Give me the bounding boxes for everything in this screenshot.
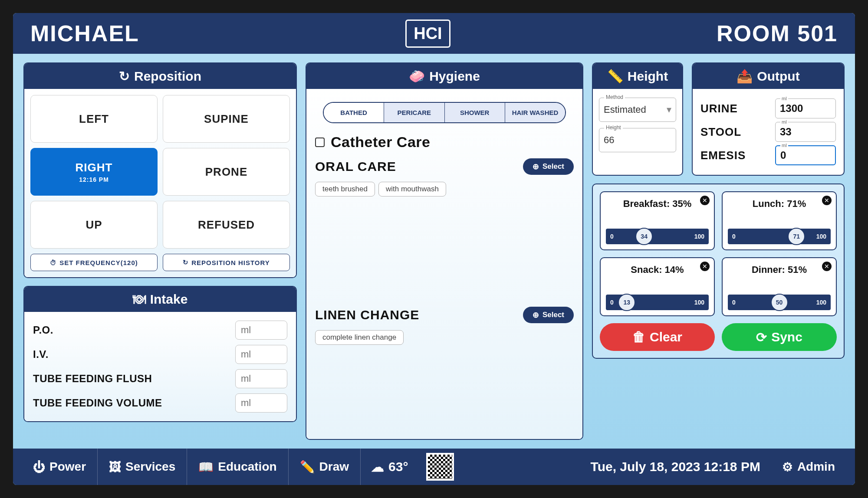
intake-panel: 🍽 Intake P.O.I.V.TUBE FEEDING FLUSHTUBE … [23, 286, 297, 422]
qr-code[interactable] [426, 453, 454, 481]
intake-input[interactable] [235, 345, 287, 364]
hygiene-icon: 🧼 [409, 69, 425, 84]
segment-bathed[interactable]: BATHED [324, 103, 384, 122]
services-button[interactable]: 🖼 Services [98, 449, 187, 485]
method-select[interactable]: Estimated ▾ [599, 98, 676, 122]
ruler-icon: 📏 [607, 69, 623, 84]
height-input[interactable] [599, 128, 676, 152]
intake-input[interactable] [235, 369, 287, 388]
oral-select-button[interactable]: Select [523, 158, 574, 175]
intake-row: I.V. [30, 342, 290, 367]
reposition-refused[interactable]: REFUSED [163, 201, 290, 249]
intake-icon: 🍽 [133, 292, 146, 307]
output-label: EMESIS [700, 149, 746, 162]
slider-knob[interactable]: 13 [618, 294, 635, 311]
close-icon[interactable]: ✕ [822, 196, 832, 205]
pencil-icon: ✏️ [300, 460, 315, 474]
close-icon[interactable]: ✕ [822, 262, 832, 271]
temperature: 63° [388, 459, 408, 474]
output-input[interactable] [775, 122, 836, 142]
oral-care-title: ORAL CARE [315, 159, 517, 174]
close-icon[interactable]: ✕ [700, 196, 710, 205]
power-icon: ⏻ [33, 460, 45, 474]
power-button[interactable]: ⏻ Power [22, 449, 98, 485]
intake-input[interactable] [235, 321, 287, 340]
output-header: 📤 Output [693, 63, 844, 89]
reposition-header: ↻ Reposition [24, 63, 296, 89]
meal-slider[interactable]: 010034 [606, 229, 709, 244]
slider-knob[interactable]: 50 [771, 294, 788, 311]
hygiene-panel: 🧼 Hygiene BATHEDPERICARESHOWERHAIR WASHE… [306, 62, 583, 440]
weather: ☁ 63° [361, 459, 418, 475]
method-label: Method [604, 94, 625, 100]
slider-knob[interactable]: 71 [788, 228, 805, 245]
timer-icon: ⏱ [50, 259, 57, 266]
reposition-supine[interactable]: SUPINE [163, 95, 290, 143]
intake-input[interactable] [235, 393, 287, 413]
intake-label: TUBE FEEDING FLUSH [33, 373, 152, 385]
reposition-left[interactable]: LEFT [30, 95, 158, 143]
book-icon: 📖 [198, 460, 214, 474]
chip[interactable]: complete linen change [315, 330, 404, 345]
meal-title: Snack: 14% [606, 264, 709, 275]
chip[interactable]: teeth brushed [315, 182, 375, 197]
catheter-checkbox[interactable] [315, 138, 325, 147]
meal-lunch: ✕Lunch: 71%010071 [722, 191, 837, 250]
reposition-history-button[interactable]: ↻ REPOSITION HISTORY [163, 254, 290, 271]
sync-button[interactable]: ⟳ Sync [722, 323, 837, 351]
gear-icon: ⚙ [782, 460, 793, 474]
output-row: URINEml [700, 98, 836, 118]
chip[interactable]: with mouthwash [378, 182, 446, 197]
meal-slider[interactable]: 010071 [728, 229, 831, 244]
close-icon[interactable]: ✕ [700, 262, 710, 271]
segment-hair-washed[interactable]: HAIR WASHED [505, 103, 565, 122]
output-row: STOOLml [700, 122, 836, 142]
left-column: ↻ Reposition LEFTSUPINERIGHT12:16 PMPRON… [23, 62, 297, 440]
meals-panel: ✕Breakfast: 35%010034✕Lunch: 71%010071✕S… [592, 183, 845, 359]
reposition-right[interactable]: RIGHT12:16 PM [30, 148, 158, 196]
history-icon: ↻ [183, 259, 189, 266]
reposition-up[interactable]: UP [30, 201, 158, 249]
reposition-title: Reposition [134, 69, 201, 84]
hygiene-title: Hygiene [429, 69, 480, 84]
output-label: STOOL [700, 125, 741, 139]
set-frequency-button[interactable]: ⏱ SET FREQUENCY(120) [30, 254, 158, 271]
intake-label: TUBE FEEDING VOLUME [33, 397, 162, 409]
output-input[interactable] [775, 98, 836, 118]
meal-snack: ✕Snack: 14%010013 [600, 257, 715, 316]
intake-label: P.O. [33, 324, 53, 336]
output-input[interactable] [775, 145, 836, 165]
right-column: 📏 Height Method Estimated ▾ Height [592, 62, 845, 440]
linen-select-button[interactable]: Select [523, 307, 574, 323]
middle-column: 🧼 Hygiene BATHEDPERICARESHOWERHAIR WASHE… [306, 62, 583, 440]
bottombar: ⏻ Power 🖼 Services 📖 Education ✏️ Draw ☁… [13, 449, 855, 485]
intake-row: TUBE FEEDING VOLUME [30, 391, 290, 415]
slider-knob[interactable]: 34 [635, 228, 653, 245]
output-label: URINE [700, 102, 738, 115]
hci-logo: HCI [405, 20, 450, 48]
catheter-label: Catheter Care [331, 134, 574, 151]
education-button[interactable]: 📖 Education [187, 449, 288, 485]
clear-button[interactable]: 🗑 Clear [600, 323, 715, 351]
meal-breakfast: ✕Breakfast: 35%010034 [600, 191, 715, 250]
output-icon: 📤 [736, 69, 753, 84]
reposition-panel: ↻ Reposition LEFTSUPINERIGHT12:16 PMPRON… [23, 62, 297, 278]
meal-slider[interactable]: 010013 [606, 295, 709, 310]
admin-button[interactable]: ⚙ Admin [771, 449, 846, 485]
image-icon: 🖼 [109, 460, 121, 474]
meal-slider[interactable]: 010050 [728, 295, 831, 310]
reposition-prone[interactable]: PRONE [163, 148, 290, 196]
segment-shower[interactable]: SHOWER [445, 103, 505, 122]
intake-row: TUBE FEEDING FLUSH [30, 367, 290, 391]
intake-label: I.V. [33, 348, 49, 360]
height-panel: 📏 Height Method Estimated ▾ Height [592, 62, 683, 176]
topbar: MICHAEL HCI ROOM 501 [13, 13, 855, 54]
meal-dinner: ✕Dinner: 51%010050 [722, 257, 837, 316]
draw-button[interactable]: ✏️ Draw [289, 449, 361, 485]
reposition-time: 12:16 PM [79, 176, 109, 183]
meal-title: Dinner: 51% [728, 264, 831, 275]
content: ↻ Reposition LEFTSUPINERIGHT12:16 PMPRON… [13, 54, 855, 449]
meal-title: Breakfast: 35% [606, 198, 709, 210]
segment-pericare[interactable]: PERICARE [384, 103, 444, 122]
chevron-down-icon: ▾ [667, 104, 671, 115]
